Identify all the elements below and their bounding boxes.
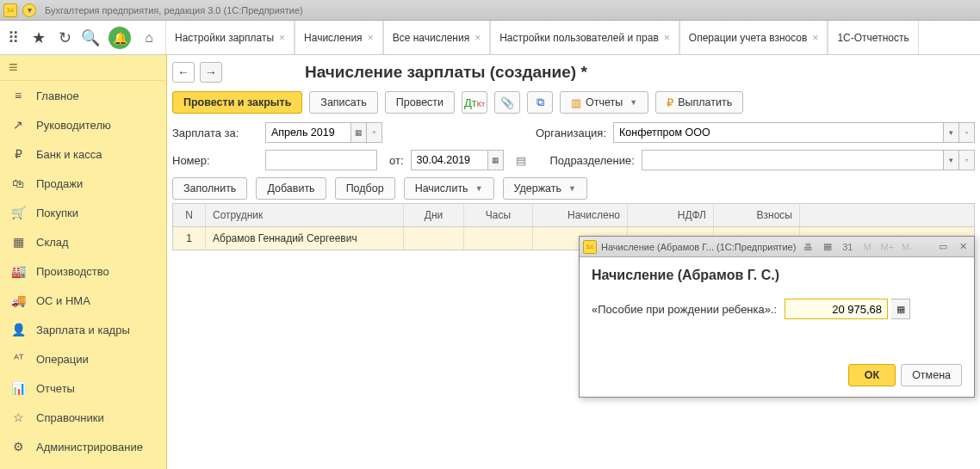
bell-icon[interactable]: 🔔: [109, 27, 131, 49]
sidebar-item-manager[interactable]: ↗Руководителю: [0, 110, 166, 139]
ok-button[interactable]: ОК: [848, 364, 896, 386]
col-employee[interactable]: Сотрудник: [206, 204, 404, 226]
nav-back-button[interactable]: ←: [172, 62, 195, 83]
pick-button[interactable]: Подбор: [335, 177, 395, 200]
dropdown-icon[interactable]: ▾: [22, 3, 36, 17]
modal-window-title: Начисление (Абрамов Г... (1С:Предприятие…: [601, 242, 796, 252]
app-1c-icon: 1c: [583, 240, 597, 254]
sidebar-item-admin[interactable]: ⚙Администрирование: [0, 432, 166, 461]
attach-button[interactable]: 📎: [494, 91, 520, 114]
tab-1c-reporting[interactable]: 1С-Отчетность: [828, 21, 918, 54]
save-button[interactable]: Записать: [309, 91, 377, 114]
pay-button[interactable]: ₽Выплатить: [655, 91, 743, 114]
sidebar-item-assets[interactable]: 🚚ОС и НМА: [0, 286, 166, 315]
calc-button[interactable]: ▦: [891, 299, 910, 319]
salary-for-input[interactable]: [265, 122, 351, 143]
sidebar-item-sales[interactable]: 🛍Продажи: [0, 169, 166, 198]
post-and-close-button[interactable]: Провести и закрыть: [172, 91, 302, 114]
favorites-icon[interactable]: ★: [26, 21, 52, 55]
sidebar-item-warehouse[interactable]: ▦Склад: [0, 227, 166, 256]
truck-icon: 🚚: [10, 293, 26, 308]
close-icon[interactable]: ✕: [955, 240, 971, 254]
window-title: Бухгалтерия предприятия, редакция 3.0 (1…: [45, 5, 303, 15]
person-icon: 👤: [10, 322, 26, 337]
tab-accruals[interactable]: Начисления×: [295, 21, 383, 54]
star-icon: ☆: [10, 410, 26, 425]
close-icon[interactable]: ×: [664, 32, 670, 44]
dropdown-icon[interactable]: ▾: [944, 122, 959, 143]
accrue-button[interactable]: Начислить▼: [404, 177, 494, 200]
close-icon[interactable]: ×: [279, 32, 285, 44]
calendar-icon[interactable]: 31: [840, 240, 855, 254]
minimize-icon[interactable]: ▭: [935, 240, 951, 254]
sidebar-item-reports[interactable]: 📊Отчеты: [0, 373, 166, 403]
calendar-icon[interactable]: ▦: [488, 150, 504, 170]
sidebar-toggle[interactable]: ≡: [0, 55, 166, 81]
page-title: Начисление зарплаты (создание) *: [305, 63, 587, 82]
bag-icon: 🛍: [10, 176, 26, 191]
cancel-button[interactable]: Отмена: [901, 364, 962, 386]
home-icon[interactable]: ⌂: [136, 21, 162, 55]
tab-all-accruals[interactable]: Все начисления×: [383, 21, 491, 54]
sidebar-item-purchases[interactable]: 🛒Покупки: [0, 198, 166, 227]
tab-user-rights[interactable]: Настройки пользователей и прав×: [490, 21, 679, 54]
sidebar-item-production[interactable]: 🏭Производство: [0, 256, 166, 286]
search-icon[interactable]: 🔍: [78, 21, 103, 55]
gear-icon: ⚙: [10, 439, 26, 454]
sidebar-item-catalogs[interactable]: ☆Справочники: [0, 403, 166, 432]
col-hours[interactable]: Часы: [464, 204, 533, 226]
close-icon[interactable]: ×: [812, 32, 818, 44]
dtkt-button[interactable]: ДтКт: [462, 91, 487, 114]
close-icon[interactable]: ×: [474, 32, 481, 44]
col-contrib[interactable]: Взносы: [714, 204, 800, 226]
window-titlebar: 1c ▾ Бухгалтерия предприятия, редакция 3…: [0, 0, 980, 21]
from-label: от:: [389, 154, 404, 167]
stepper-icon[interactable]: ÷: [367, 122, 382, 143]
note-icon[interactable]: ▤: [516, 154, 526, 167]
history-icon[interactable]: ↻: [52, 21, 78, 55]
deduct-button[interactable]: Удержать▼: [503, 177, 587, 200]
add-button[interactable]: Добавить: [256, 177, 326, 200]
menu-icon: ≡: [10, 88, 26, 103]
org-input[interactable]: [613, 122, 944, 143]
post-button[interactable]: Провести: [385, 91, 455, 114]
calc-icon[interactable]: ▦: [820, 240, 835, 254]
close-icon[interactable]: ×: [368, 32, 374, 44]
number-input[interactable]: [265, 150, 377, 170]
structure-button[interactable]: ⧉: [527, 91, 553, 114]
nav-forward-button[interactable]: →: [200, 62, 222, 83]
date-picker-icon[interactable]: ▦: [351, 122, 367, 143]
sidebar-item-main[interactable]: ≡Главное: [0, 81, 166, 110]
sidebar-item-bank[interactable]: ₽Банк и касса: [0, 139, 166, 169]
tab-settings-salary[interactable]: Настройки зарплаты×: [165, 21, 295, 54]
modal-title: Начисление (Абрамов Г. С.): [592, 268, 962, 283]
allowance-amount-input[interactable]: [785, 299, 888, 319]
fill-button[interactable]: Заполнить: [172, 177, 247, 200]
content-area: ← → Начисление зарплаты (создание) * Про…: [167, 55, 980, 469]
salary-for-label: Зарплата за:: [172, 127, 258, 139]
paperclip-icon: 📎: [500, 96, 514, 109]
reports-button[interactable]: ▥Отчеты▼: [560, 91, 648, 114]
apps-icon[interactable]: ⠿: [0, 21, 26, 55]
open-ref-icon[interactable]: ▫: [959, 122, 975, 143]
dept-input[interactable]: [642, 150, 944, 170]
modal-titlebar[interactable]: 1c Начисление (Абрамов Г... (1С:Предприя…: [580, 237, 974, 257]
dropdown-icon[interactable]: ▾: [944, 150, 959, 170]
open-tabs: Настройки зарплаты× Начисления× Все начи…: [165, 21, 919, 54]
col-days[interactable]: Дни: [404, 204, 464, 226]
col-accrued[interactable]: Начислено: [533, 204, 628, 226]
app-1c-icon: 1c: [3, 3, 17, 17]
org-label: Организация:: [536, 127, 606, 139]
col-ndfl[interactable]: НДФЛ: [628, 204, 714, 226]
tab-contrib-ops[interactable]: Операции учета взносов×: [679, 21, 828, 54]
grid-icon: ▦: [10, 234, 26, 250]
col-n[interactable]: N: [173, 204, 206, 226]
sidebar-item-salary[interactable]: 👤Зарплата и кадры: [0, 315, 166, 344]
sidebar-item-operations[interactable]: ᴬᵀОперации: [0, 344, 166, 373]
ruble-circle-icon: ₽: [667, 96, 673, 109]
open-ref-icon[interactable]: ▫: [959, 150, 975, 170]
tree-icon: ⧉: [537, 96, 544, 109]
from-date-input[interactable]: [411, 150, 488, 170]
dtkt-icon: ᴬᵀ: [10, 351, 26, 367]
print-icon[interactable]: 🖶: [800, 240, 816, 254]
